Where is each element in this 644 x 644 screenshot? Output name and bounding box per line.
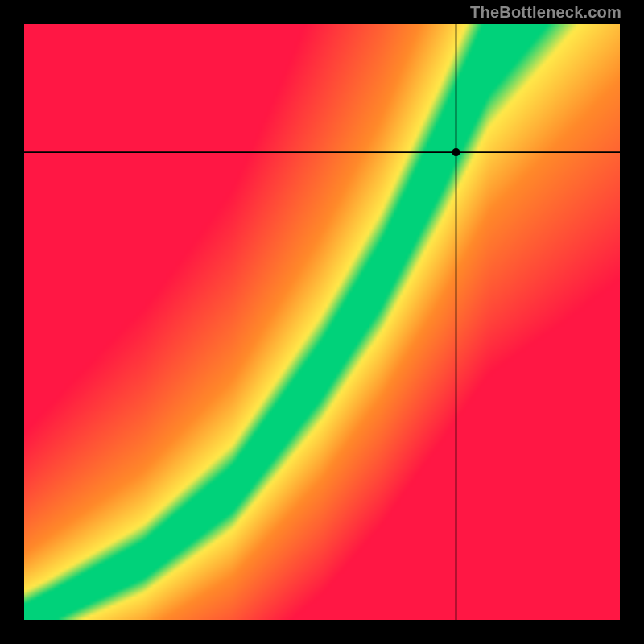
heatmap-plot (24, 24, 620, 620)
watermark-text: TheBottleneck.com (470, 3, 621, 22)
heatmap-canvas (24, 24, 620, 620)
